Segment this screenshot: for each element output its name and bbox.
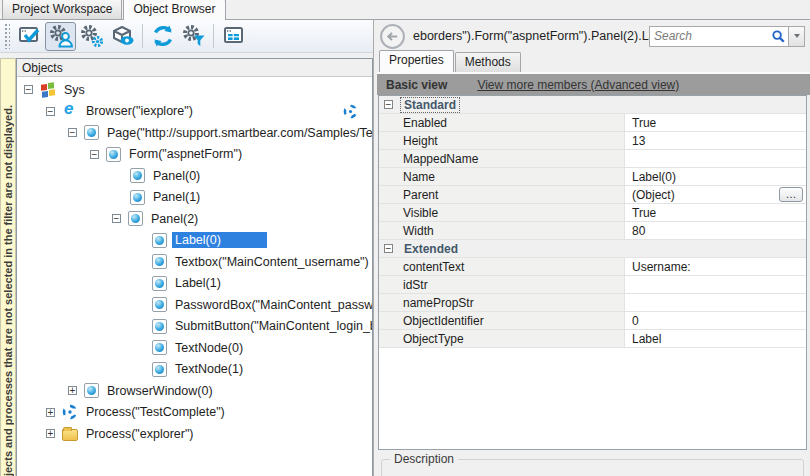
tree-node-label: Panel(1) [150, 189, 203, 205]
back-arrow-icon [379, 23, 406, 50]
tree-node[interactable]: Panel(1) [17, 187, 372, 209]
property-name: Name [379, 168, 625, 185]
tree-node[interactable]: Textbox("MainContent_username") [17, 251, 372, 273]
toolbar-buttons [14, 22, 249, 51]
property-section-header[interactable]: −Standard [379, 96, 806, 114]
property-name: idStr [379, 276, 625, 293]
testcomplete-logo-icon [62, 404, 78, 420]
web-object-icon [152, 233, 167, 248]
property-name: Enabled [379, 114, 625, 131]
toolbar-separator [142, 24, 143, 48]
toolbar-grip-handle[interactable] [4, 23, 10, 49]
property-value [625, 276, 806, 293]
refresh-button[interactable] [147, 22, 178, 51]
property-row[interactable]: NameLabel(0) [379, 168, 806, 186]
tree-node[interactable]: SubmitButton("MainContent_login_button") [17, 316, 372, 338]
tab-properties[interactable]: Properties [379, 50, 454, 72]
search-options-dropdown[interactable] [789, 26, 805, 47]
tree-node[interactable]: Label(1) [17, 273, 372, 295]
property-name: MappedName [379, 150, 625, 167]
property-name: Height [379, 132, 625, 149]
advanced-view-link[interactable]: View more members (Advanced view) [477, 78, 679, 92]
tree-node-label: Browser("iexplore") [83, 103, 196, 119]
collapse-box-icon[interactable]: − [384, 244, 393, 253]
tree-node[interactable]: Label(0) [17, 230, 372, 252]
tree-node[interactable]: +Process("TestComplete") [17, 402, 372, 424]
ellipsis-button[interactable]: … [779, 187, 803, 202]
gear-filter-button[interactable] [178, 22, 209, 51]
web-object-icon [152, 340, 167, 355]
panel-check-button[interactable] [14, 22, 45, 51]
section-title: Extended [401, 242, 461, 256]
tree-node[interactable]: PasswordBox("MainContent_password") [17, 294, 372, 316]
collapse-box-icon[interactable]: − [24, 85, 33, 94]
tree-node[interactable]: −Sys [17, 79, 372, 101]
collapse-box-icon[interactable]: − [46, 107, 55, 116]
property-name: namePropStr [379, 294, 625, 311]
property-row[interactable]: ObjectIdentifier0 [379, 312, 806, 330]
tree-node[interactable]: +BrowserWindow(0) [17, 380, 372, 402]
view-mode-bar: Basic view View more members (Advanced v… [377, 74, 810, 95]
property-value: (Object)… [625, 186, 806, 203]
description-groupbox: Description [381, 452, 804, 476]
back-button[interactable] [379, 23, 406, 50]
left-pane: jects and processes that are not selecte… [0, 20, 374, 476]
property-row[interactable]: ObjectTypeLabel [379, 330, 806, 348]
search-input[interactable] [654, 29, 771, 43]
property-name: ObjectType [379, 330, 625, 347]
property-row[interactable]: contentTextUsername: [379, 258, 806, 276]
expand-box-icon[interactable]: + [46, 408, 55, 417]
tab-project-workspace[interactable]: Project Workspace [2, 0, 122, 19]
tree-node[interactable]: +Process("explorer") [17, 423, 372, 445]
web-object-icon [128, 211, 143, 226]
tree-node[interactable]: −Browser("iexplore") [17, 101, 372, 123]
property-value: Label(0) [625, 168, 806, 185]
refresh-icon [150, 23, 176, 49]
property-row[interactable]: Width80 [379, 222, 806, 240]
expand-box-icon[interactable]: + [46, 429, 55, 438]
property-grid: −StandardEnabledTrueHeight13MappedNameNa… [379, 96, 806, 348]
tab-object-browser[interactable]: Object Browser [123, 0, 225, 20]
property-row[interactable]: MappedName [379, 150, 806, 168]
tab-methods[interactable]: Methods [455, 52, 521, 72]
tree-node-label: PasswordBox("MainContent_password") [172, 297, 372, 313]
window-grid-button[interactable] [218, 22, 249, 51]
property-name: Visible [379, 204, 625, 221]
gear-user-button[interactable] [45, 22, 76, 51]
collapse-box-icon[interactable]: − [384, 100, 393, 109]
property-row[interactable]: Parent(Object)… [379, 186, 806, 204]
property-section-header[interactable]: −Extended [379, 240, 806, 258]
property-row[interactable]: namePropStr [379, 294, 806, 312]
tree-node[interactable]: TextNode(1) [17, 359, 372, 381]
cube-eye-button[interactable] [107, 22, 138, 51]
member-tabs: Properties Methods [377, 52, 810, 74]
tree-node[interactable]: −Page("http://support.smartbear.com/Samp… [17, 122, 372, 144]
tree-node[interactable]: Panel(0) [17, 165, 372, 187]
property-row[interactable]: Height13 [379, 132, 806, 150]
gear-gear-button[interactable] [76, 22, 107, 51]
web-object-icon [84, 383, 99, 398]
collapse-box-icon[interactable]: − [90, 150, 99, 159]
toolbar [0, 20, 373, 53]
collapse-box-icon[interactable]: − [112, 214, 121, 223]
collapse-box-icon[interactable]: − [68, 128, 77, 137]
property-row[interactable]: idStr [379, 276, 806, 294]
web-object-icon [130, 168, 145, 183]
tree-node[interactable]: −Panel(2) [17, 208, 372, 230]
property-value: 80 [625, 222, 806, 239]
tree-node[interactable]: −Form("aspnetForm") [17, 144, 372, 166]
tree-node[interactable]: TextNode(0) [17, 337, 372, 359]
folder-icon [62, 429, 78, 441]
property-row[interactable]: VisibleTrue [379, 204, 806, 222]
basic-view-label: Basic view [386, 78, 447, 92]
property-name: ObjectIdentifier [379, 312, 625, 329]
web-object-icon [152, 276, 167, 291]
windows-logo-icon [40, 81, 56, 99]
web-object-icon [84, 125, 99, 140]
property-row[interactable]: EnabledTrue [379, 114, 806, 132]
property-name: Parent [379, 186, 625, 203]
breadcrumb: eborders").Form("aspnetForm").Panel(2).L… [413, 29, 649, 43]
toolbar-separator [213, 24, 214, 48]
expand-box-icon[interactable]: + [68, 386, 77, 395]
search-icon [771, 29, 786, 44]
